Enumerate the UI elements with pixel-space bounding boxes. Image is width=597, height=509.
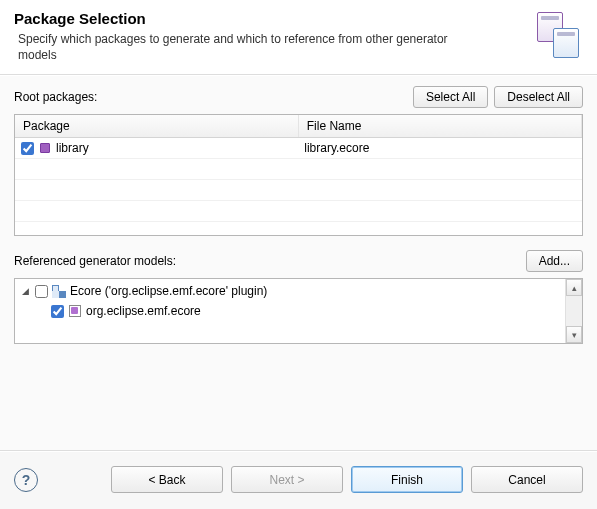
referenced-models-label: Referenced generator models:	[14, 254, 176, 268]
column-header-filename[interactable]: File Name	[298, 115, 581, 138]
help-icon[interactable]: ?	[14, 468, 38, 492]
cancel-button[interactable]: Cancel	[471, 466, 583, 493]
genmodel-icon	[68, 304, 82, 318]
tree-checkbox[interactable]	[51, 305, 64, 318]
scrollbar[interactable]: ▴ ▾	[565, 279, 582, 343]
package-filename: library.ecore	[298, 138, 581, 159]
add-button[interactable]: Add...	[526, 250, 583, 272]
root-packages-label: Root packages:	[14, 90, 97, 104]
package-name: library	[56, 141, 89, 155]
scroll-down-icon[interactable]: ▾	[566, 326, 582, 343]
package-icon	[38, 141, 52, 155]
tree-item-label: Ecore ('org.eclipse.emf.ecore' plugin)	[70, 284, 267, 298]
column-header-package[interactable]: Package	[15, 115, 298, 138]
scroll-up-icon[interactable]: ▴	[566, 279, 582, 296]
wizard-content: Root packages: Select All Deselect All P…	[0, 75, 597, 450]
deselect-all-button[interactable]: Deselect All	[494, 86, 583, 108]
tree-item-label: org.eclipse.emf.ecore	[86, 304, 201, 318]
root-packages-table[interactable]: Package File Name library library.ecore	[14, 114, 583, 236]
referenced-models-tree[interactable]: ◢ Ecore ('org.eclipse.emf.ecore' plugin)…	[14, 278, 583, 344]
expander-icon[interactable]: ◢	[19, 285, 31, 297]
table-row[interactable]: library library.ecore	[15, 138, 582, 159]
wizard-header: Package Selection Specify which packages…	[0, 0, 597, 75]
tree-item-child[interactable]: org.eclipse.emf.ecore	[15, 301, 565, 321]
page-title: Package Selection	[14, 10, 525, 27]
next-button: Next >	[231, 466, 343, 493]
page-description: Specify which packages to generate and w…	[14, 31, 525, 63]
wizard-button-bar: ? < Back Next > Finish Cancel	[0, 451, 597, 509]
tree-item-root[interactable]: ◢ Ecore ('org.eclipse.emf.ecore' plugin)	[15, 281, 565, 301]
plugin-icon	[52, 284, 66, 298]
wizard-banner-icon	[525, 10, 585, 66]
finish-button[interactable]: Finish	[351, 466, 463, 493]
tree-checkbox[interactable]	[35, 285, 48, 298]
select-all-button[interactable]: Select All	[413, 86, 488, 108]
back-button[interactable]: < Back	[111, 466, 223, 493]
package-checkbox[interactable]	[21, 142, 34, 155]
